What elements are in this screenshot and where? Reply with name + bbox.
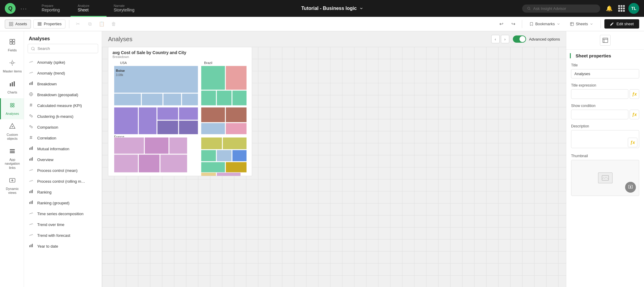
cut-button[interactable]: ✂: [73, 19, 83, 29]
apps-grid-button[interactable]: [618, 5, 625, 12]
analysis-item-icon: [29, 222, 34, 227]
title-expression-input[interactable]: [571, 89, 628, 99]
analysis-list-item[interactable]: Mutual information: [24, 143, 102, 154]
analysis-list-item[interactable]: Anomaly (spike): [24, 57, 102, 68]
svg-rect-86: [232, 150, 247, 161]
analysis-list-item[interactable]: Ranking: [24, 187, 102, 197]
sidebar-item-analyses[interactable]: Analyses: [0, 98, 24, 119]
toolbar-right: ↩ ↪ Bookmarks Sheets: [497, 19, 639, 29]
analysis-list-item[interactable]: Trend with forecast: [24, 230, 102, 241]
svg-rect-27: [29, 83, 30, 85]
undo-button[interactable]: ↩: [497, 19, 506, 29]
bookmarks-button[interactable]: Bookmarks: [526, 20, 564, 28]
prev-arrow[interactable]: ‹: [491, 35, 500, 43]
svg-rect-61: [201, 66, 225, 90]
svg-rect-29: [32, 81, 33, 85]
copy-button[interactable]: ⧉: [85, 19, 95, 29]
master-items-icon: [9, 60, 16, 68]
analysis-item-icon: [29, 211, 34, 216]
svg-rect-8: [570, 22, 573, 26]
delete-button[interactable]: 🗑: [109, 19, 119, 29]
title-label: Title: [571, 63, 639, 67]
more-options-button[interactable]: ···: [20, 5, 27, 12]
analysis-item-icon: [29, 60, 34, 65]
advanced-options-toggle[interactable]: [513, 35, 526, 43]
charts-icon: [9, 81, 16, 89]
description-fx-button[interactable]: ƒx: [628, 138, 637, 147]
analysis-list-item[interactable]: Year to date: [24, 241, 102, 252]
analysis-item-label: Anomaly (trend): [37, 71, 65, 75]
edit-sheet-button[interactable]: Edit sheet: [604, 19, 639, 29]
show-condition-field: Show condition ƒx: [571, 104, 639, 119]
sidebar-item-fields[interactable]: Fields: [0, 35, 24, 56]
assets-button[interactable]: Assets: [5, 20, 31, 29]
properties-button[interactable]: Properties: [33, 20, 65, 29]
toolbar-divider-3: [600, 20, 601, 28]
analysis-list-item[interactable]: Clustering (k-means): [24, 111, 102, 122]
notifications-button[interactable]: 🔔: [604, 3, 615, 14]
svg-rect-59: [163, 93, 181, 105]
sidebar-item-dynamic-views[interactable]: Dynamic views: [0, 173, 24, 198]
tab-prepare[interactable]: Prepare Reporting: [35, 0, 71, 17]
treemap-title: avg Cost of Sale by Country and City: [113, 50, 248, 55]
analyses-search-input[interactable]: [28, 44, 98, 53]
title-expression-label: Title expression: [571, 83, 639, 87]
analysis-list-item[interactable]: Anomaly (trend): [24, 68, 102, 78]
analysis-item-icon: [29, 124, 34, 130]
analysis-list-item[interactable]: Breakdown (geospatial): [24, 89, 102, 100]
title-expression-fx-button[interactable]: ƒx: [630, 89, 639, 99]
sheet-layout-button[interactable]: [600, 35, 611, 46]
advanced-options: Advanced options: [513, 35, 560, 43]
analysis-list-item[interactable]: Overview: [24, 154, 102, 165]
thumbnail-upload-button[interactable]: [625, 182, 636, 193]
analysis-item-label: Trend with forecast: [37, 233, 70, 238]
show-condition-fx-button[interactable]: ƒx: [630, 110, 639, 119]
sheets-button[interactable]: Sheets: [566, 20, 597, 28]
svg-rect-47: [29, 245, 30, 247]
nav-tabs: Prepare Reporting Analyze Sheet Narrate …: [35, 0, 143, 17]
insight-advisor-input[interactable]: [533, 6, 595, 11]
analysis-list-item[interactable]: Process control (mean): [24, 165, 102, 176]
app-nav-label: App navigation links: [2, 158, 23, 170]
sidebar-item-app-navigation[interactable]: App navigation links: [0, 144, 24, 173]
analysis-list-item[interactable]: Time series decomposition: [24, 208, 102, 219]
analysis-item-label: Ranking (grouped): [37, 201, 70, 205]
analysis-list-item[interactable]: Process control (rolling m…: [24, 176, 102, 187]
title-field: Title: [571, 63, 639, 78]
sidebar-item-custom-objects[interactable]: Custom objects: [0, 119, 24, 144]
next-arrow[interactable]: ›: [501, 35, 509, 43]
app-title[interactable]: Tutorial - Business logic: [143, 6, 522, 11]
analysis-list-item[interactable]: Correlation: [24, 133, 102, 143]
svg-rect-44: [29, 202, 30, 204]
svg-rect-72: [201, 107, 225, 122]
avatar[interactable]: TL: [628, 3, 639, 14]
sheets-icon: [570, 22, 574, 26]
sidebar-item-master-items[interactable]: Master items: [0, 56, 24, 77]
thumbnail-box[interactable]: [571, 160, 639, 196]
sidebar-item-charts[interactable]: Charts: [0, 77, 24, 98]
analysis-list-item[interactable]: Breakdown: [24, 78, 102, 89]
analysis-list-item[interactable]: Comparison: [24, 122, 102, 133]
tab-narrate[interactable]: Narrate Storytelling: [107, 0, 143, 17]
redo-button[interactable]: ↪: [509, 19, 518, 29]
analysis-list-item[interactable]: Trend over time: [24, 219, 102, 230]
show-condition-input[interactable]: [571, 110, 628, 119]
tab-analyze[interactable]: Analyze Sheet: [71, 0, 107, 17]
analysis-list-item[interactable]: Ranking (grouped): [24, 197, 102, 208]
svg-rect-87: [201, 162, 225, 173]
svg-rect-11: [10, 42, 12, 44]
sheet-layout-icon: [602, 37, 608, 43]
analysis-item-icon: [29, 189, 34, 195]
insight-advisor-search[interactable]: [522, 5, 600, 13]
svg-rect-46: [32, 200, 33, 204]
analysis-list-item[interactable]: Calculated measure (KPI): [24, 100, 102, 111]
analysis-item-label: Time series decomposition: [37, 212, 83, 216]
analysis-item-icon: [29, 168, 34, 173]
analysis-item-label: Clustering (k-means): [37, 114, 74, 119]
title-input[interactable]: [571, 69, 639, 78]
paste-button[interactable]: 📋: [97, 19, 107, 29]
svg-rect-78: [169, 137, 187, 154]
toggle-knob: [519, 36, 525, 42]
analysis-item-label: Year to date: [37, 244, 58, 249]
treemap-chart[interactable]: avg Cost of Sale by Country and City Bre…: [108, 47, 252, 176]
